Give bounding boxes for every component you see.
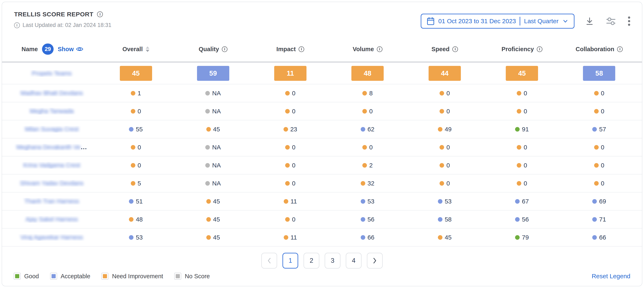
show-names-toggle[interactable]: Show (58, 46, 84, 53)
title-info-icon[interactable] (97, 12, 103, 17)
score-value: 0 (601, 108, 604, 115)
row-name-link[interactable]: Viraj Agavekar Harness (6, 234, 97, 241)
score-value: 45 (213, 216, 220, 223)
score-level-dot (594, 181, 599, 186)
prev-page-button[interactable] (261, 253, 277, 268)
score-value: NA (212, 90, 221, 97)
row-name-link[interactable]: Megha Tanwada (6, 108, 97, 115)
column-info-icon[interactable] (298, 46, 304, 52)
score-value: 0 (292, 108, 296, 115)
score-level-dot (361, 199, 365, 204)
score-value: 0 (524, 108, 527, 115)
footer: GoodAcceptableNeed ImprovementNo Score R… (2, 273, 642, 286)
score-cell: 0 (560, 108, 638, 115)
score-level-dot (205, 181, 210, 186)
reset-legend-link[interactable]: Reset Legend (592, 273, 630, 280)
page-button-1[interactable]: 1 (282, 253, 298, 268)
kebab-menu-icon (628, 16, 631, 26)
score-value: NA (212, 162, 221, 169)
legend-color-box (102, 273, 108, 280)
settings-button[interactable] (605, 15, 617, 27)
score-value: 1 (138, 90, 141, 97)
score-cell: 53 (97, 234, 174, 241)
column-header-label: Collaboration (576, 46, 614, 53)
score-level-dot (361, 217, 365, 222)
score-cell: 45 (174, 126, 252, 133)
page-button-4[interactable]: 4 (346, 253, 362, 268)
score-value: 0 (446, 90, 450, 97)
name-column-header: Name 29 Show (6, 44, 97, 55)
score-level-dot (515, 217, 520, 222)
score-cell: 0 (560, 90, 638, 97)
score-value: 66 (599, 234, 606, 241)
score-value: 0 (138, 162, 141, 169)
score-cell: 0 (252, 90, 329, 97)
row-name-text: Madhav Bhatt Devdans (20, 90, 83, 97)
score-cell: NA (174, 144, 252, 151)
legend-color-swatch (52, 274, 56, 278)
score-level-dot (362, 109, 367, 114)
column-info-icon[interactable] (222, 46, 228, 52)
table-row: Ajay Sakel Harness4845056585671 (2, 210, 642, 228)
column-info-icon[interactable] (452, 46, 458, 52)
score-value: 45 (445, 234, 452, 241)
date-range-button[interactable]: 01 Oct 2023 to 31 Dec 2023 Last Quarter (421, 14, 574, 29)
legend-item-no_score[interactable]: No Score (174, 273, 210, 280)
score-cell: 0 (406, 162, 484, 169)
score-cell: 0 (560, 144, 638, 151)
score-value: 0 (601, 144, 604, 151)
row-name-link[interactable]: Propelo Teams (6, 70, 97, 77)
score-value: 0 (446, 144, 450, 151)
score-value: 45 (213, 198, 220, 205)
next-page-button[interactable] (367, 253, 383, 268)
legend-item-good[interactable]: Good (14, 273, 39, 280)
score-value: 0 (292, 144, 296, 151)
score-cell: 66 (329, 234, 406, 241)
row-name-link[interactable]: Shivam Yadav Devdans (6, 180, 97, 187)
team-score-badge: 59 (197, 66, 229, 81)
score-level-dot (205, 163, 210, 168)
show-label: Show (58, 46, 74, 53)
row-name-link[interactable]: Krina Vadgama Crest (6, 162, 97, 169)
score-value: 0 (446, 180, 450, 187)
download-button[interactable] (584, 15, 596, 27)
score-cell: 57 (560, 126, 638, 133)
score-cell: 0 (560, 162, 638, 169)
column-info-icon[interactable] (377, 46, 382, 52)
score-value: 2 (369, 162, 373, 169)
score-level-dot (131, 109, 135, 114)
page-button-3[interactable]: 3 (325, 253, 340, 268)
table-row: Viraj Agavekar Harness53451166457966 (2, 228, 642, 246)
row-name-link[interactable]: Ajay Sakel Harness (6, 216, 97, 223)
more-options-button[interactable] (626, 15, 632, 27)
column-info-icon[interactable] (617, 46, 623, 52)
score-level-dot (206, 235, 211, 240)
name-header-label: Name (22, 46, 38, 53)
row-name-link[interactable]: Milan Suvagia Crest (6, 126, 97, 133)
legend-item-need_improvement[interactable]: Need Improvement (102, 273, 163, 280)
score-level-dot (131, 163, 135, 168)
row-name-text: Krina Vadgama Crest (23, 162, 80, 169)
score-value: 32 (368, 180, 374, 187)
score-value: 48 (136, 216, 142, 223)
row-name-link[interactable]: Meghana Devakanth Ve... (6, 144, 97, 151)
column-header-overall[interactable]: Overall (97, 46, 174, 53)
score-legend: GoodAcceptableNeed ImprovementNo Score (14, 273, 210, 280)
legend-item-acceptable[interactable]: Acceptable (50, 273, 90, 280)
score-cell: 0 (484, 144, 560, 151)
row-name-link[interactable]: Madhav Bhatt Devdans (6, 90, 97, 97)
score-value: 0 (524, 90, 527, 97)
score-cell: 11 (252, 198, 329, 205)
score-level-dot (440, 91, 444, 96)
row-name-link[interactable]: Thanh Tran Harness (6, 198, 97, 205)
sort-icon[interactable] (146, 46, 150, 52)
legend-color-box (50, 273, 57, 280)
column-header-label: Quality (199, 46, 219, 53)
column-info-icon[interactable] (537, 46, 542, 52)
score-value: 0 (369, 144, 373, 151)
score-level-dot (592, 127, 597, 132)
title-block: TRELLIS SCORE REPORT Last Updated at: 02… (14, 11, 111, 28)
score-cell: 1 (97, 90, 174, 97)
page-button-2[interactable]: 2 (304, 253, 319, 268)
column-header-collaboration: Collaboration (560, 46, 638, 53)
